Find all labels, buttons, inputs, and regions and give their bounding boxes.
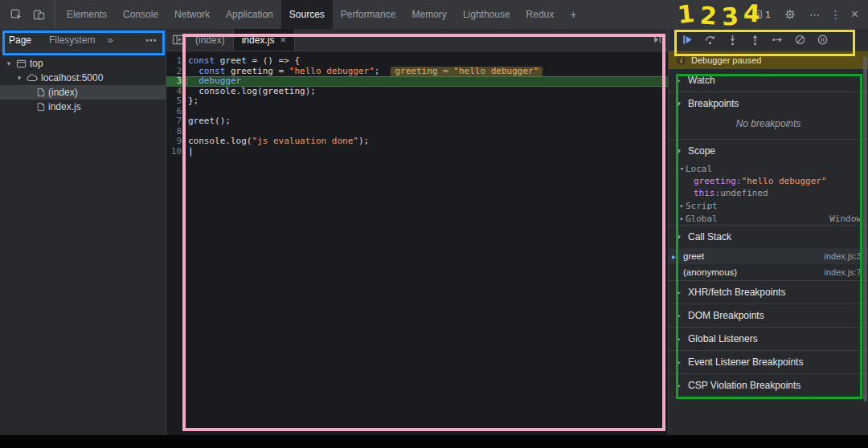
section-watch: ▸Watch [669,69,868,92]
code-editor[interactable]: 1const greet = () => {2 const greeting =… [166,51,668,435]
code-line-4: 4 console.log(greeting); [166,87,668,97]
line-content[interactable]: console.log(greeting); [188,87,668,97]
section-header-xhr-fetch-breakpoints[interactable]: ▸XHR/fetch Breakpoints [669,281,868,303]
scope-group-script[interactable]: ▸Script [669,199,868,212]
navigator-tab-filesystem[interactable]: Filesystem [40,29,104,51]
section-header-breakpoints[interactable]: ▾Breakpoints [669,92,868,115]
section-label: Breakpoints [688,98,739,109]
scope-group-local[interactable]: ▾Local [669,162,868,175]
debugger-step-into-button[interactable] [726,34,739,47]
toggle-navigator-icon[interactable] [168,31,187,50]
tab-performance[interactable]: Performance [333,0,404,29]
line-content[interactable]: }; [188,96,668,107]
section-call-stack: ▾Call Stack▸greetindex.js:3(anonymous)in… [669,226,868,281]
tab-application[interactable]: Application [218,0,281,29]
settings-gear-icon[interactable] [780,5,800,24]
tree-item-label: top [30,58,43,69]
section-header-event-listener-breakpoints[interactable]: ▸Event Listener Breakpoints [669,351,868,373]
section-label: Global Listeners [688,333,758,344]
info-icon: i [676,55,686,65]
line-number[interactable]: 5 [166,96,188,107]
tab-memory[interactable]: Memory [404,0,455,29]
section-header-scope[interactable]: ▾Scope [669,140,868,162]
line-content[interactable]: console.log("js evaluation done"); [188,136,668,147]
code-line-10: 10| [166,147,668,157]
file-tab-label: (index) [195,35,225,46]
line-content[interactable] [188,107,668,117]
tree-item-localhost-5000[interactable]: ▾localhost:5000 [0,71,166,85]
file-icon [37,102,45,112]
close-tab-icon[interactable]: × [280,34,286,46]
kebab-menu-icon[interactable]: ⋮ [830,9,841,20]
caret-icon: ▾ [675,147,682,155]
line-number[interactable]: 9 [166,136,188,147]
debugger-step-out-button[interactable] [748,34,761,47]
debugger-pause-on-exceptions-button[interactable] [816,34,829,47]
tree-item-top[interactable]: ▾top [0,56,166,71]
add-tab-button[interactable]: + [562,0,584,29]
inspect-element-icon[interactable] [6,5,26,24]
issues-badge[interactable]: 1 [753,10,771,19]
tab-lighthouse[interactable]: Lighthouse [455,0,518,29]
debugger-step-over-button[interactable] [703,34,716,47]
scope-variable-this[interactable]: this: undefined [669,187,868,199]
code-line-9: 9console.log("js evaluation done"); [166,136,668,147]
code-line-6: 6 [166,107,668,117]
section-header-global-listeners[interactable]: ▸Global Listeners [669,328,868,350]
caret-icon: ▸ [678,214,686,222]
debugger-resume-button[interactable] [681,34,694,47]
scrollbar-thumb[interactable] [863,56,867,401]
navigator-more-options-icon[interactable]: ⋯ [137,35,166,46]
line-content[interactable]: const greeting = "hello debugger";greeti… [188,67,668,77]
scope-group-label: Script [686,201,718,211]
line-number[interactable]: 7 [166,116,188,127]
cloud-icon [27,74,38,82]
line-number[interactable]: 10 [166,147,188,157]
scope-group-global[interactable]: ▸GlobalWindow [669,212,868,225]
caret-icon: ▸ [678,202,686,210]
tree-item-index[interactable]: (index) [0,85,166,100]
section-header-watch[interactable]: ▸Watch [669,69,868,92]
debugger-deactivate-breakpoints-button[interactable] [793,34,806,47]
tab-sources[interactable]: Sources [281,0,333,29]
call-stack-frame-anonymous[interactable]: (anonymous)index.js:7 [669,264,868,280]
caret-icon: ▸ [675,358,682,366]
line-number[interactable]: 3 [166,76,188,87]
debugger-sections: ▸Watch▾BreakpointsNo breakpoints▾Scope▾L… [669,69,868,435]
navigator-tab-page[interactable]: Page [0,29,40,51]
navigator-panel: PageFilesystem » ⋯ ▾top▾localhost:5000(i… [0,29,166,435]
file-tab-index-js[interactable]: index.js× [234,29,295,51]
section-label: XHR/fetch Breakpoints [688,287,785,298]
tab-network[interactable]: Network [166,0,218,29]
scope-group-hint: Window [829,214,868,224]
tree-item-label: index.js [48,101,81,112]
caret-icon: ▸ [675,381,682,389]
scope-variable-greeting[interactable]: greeting: "hello debugger" [669,175,868,187]
section-header-call-stack[interactable]: ▾Call Stack [669,226,868,248]
frame-location: index.js:3 [825,251,862,261]
hidden-tabs-chevron-icon[interactable]: » [104,35,116,45]
section-header-dom-breakpoints[interactable]: ▸DOM Breakpoints [669,304,868,327]
section-header-csp-violation-breakpoints[interactable]: ▸CSP Violation Breakpoints [669,374,868,397]
tab-console[interactable]: Console [115,0,166,29]
device-toolbar-icon[interactable] [29,5,48,24]
line-content[interactable]: greet(); [188,116,668,127]
caret-icon: ▸ [675,288,682,296]
overflow-dots-icon[interactable]: ⋯ [809,9,821,20]
tab-overflow-icon[interactable] [649,31,668,50]
tab-redux[interactable]: Redux [518,0,563,29]
tree-item-index-js[interactable]: index.js [0,100,166,114]
inline-value-chip: greeting = "hello debugger" [391,67,542,77]
line-number[interactable]: 1 [166,56,188,67]
section-label: Watch [688,75,715,86]
line-content[interactable]: | [188,147,668,157]
paused-message: Debugger paused [691,55,761,65]
navigator-tabs: PageFilesystem [0,29,104,51]
code-line-2: 2 const greeting = "hello debugger";gree… [166,67,668,77]
close-devtools-icon[interactable]: × [851,8,858,21]
debugger-step-button[interactable] [771,34,784,47]
file-tab-index[interactable]: (index) [187,29,234,51]
tab-elements[interactable]: Elements [59,0,115,29]
section-event-listener-breakpoints: ▸Event Listener Breakpoints [669,351,868,374]
call-stack-frame-greet[interactable]: ▸greetindex.js:3 [669,248,868,264]
